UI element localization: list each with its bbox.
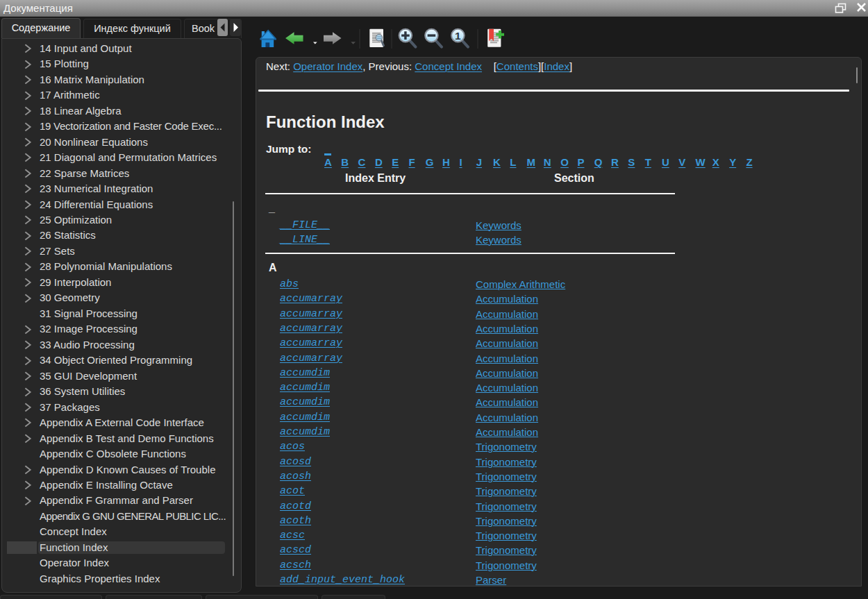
svg-text:1: 1	[455, 30, 461, 42]
